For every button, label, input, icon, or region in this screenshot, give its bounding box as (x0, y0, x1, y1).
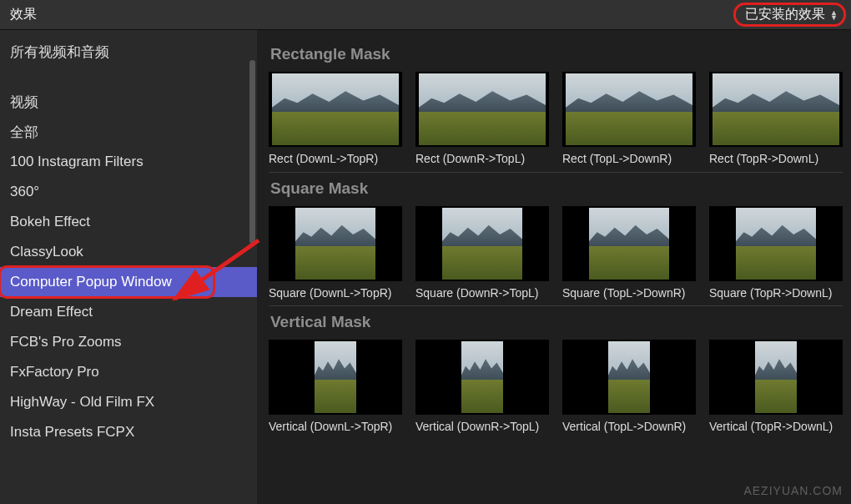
effect-tile[interactable]: Vertical (DownL->TopR) (269, 340, 402, 435)
sidebar-item[interactable]: 全部 (0, 117, 257, 147)
effects-grid: Square (DownL->TopR)Square (DownR->TopL)… (269, 206, 843, 301)
effect-label: Square (DownL->TopR) (269, 286, 402, 301)
section-title: Square Mask (270, 179, 843, 198)
sidebar-item-label: 全部 (10, 123, 38, 142)
effect-tile[interactable]: Rect (TopR->DownL) (709, 72, 843, 167)
effect-thumbnail (269, 340, 402, 415)
sidebar-item-label: 所有视频和音频 (10, 43, 109, 62)
sidebar-item[interactable]: HighWay - Old Film FX (0, 387, 257, 417)
section-divider (269, 172, 843, 173)
sidebar-item[interactable]: Bokeh Effect (0, 207, 257, 237)
sidebar-item-label: 视频 (10, 93, 38, 112)
effect-label: Rect (TopR->DownL) (709, 152, 843, 167)
effect-thumbnail (415, 72, 549, 147)
effect-label: Square (TopL->DownR) (562, 286, 696, 301)
sidebar-item-label: Bokeh Effect (10, 214, 90, 230)
effect-tile[interactable]: Square (TopL->DownR) (562, 206, 696, 301)
sidebar-item[interactable]: FCB's Pro Zooms (0, 327, 257, 357)
effect-label: Rect (DownL->TopR) (269, 152, 402, 167)
effect-thumbnail (562, 206, 696, 281)
sidebar-item[interactable]: 所有视频和音频 (0, 37, 257, 67)
effect-thumbnail (415, 340, 549, 415)
sidebar-title-text: 效果 (10, 6, 37, 23)
effect-label: Vertical (DownL->TopR) (269, 420, 402, 435)
sidebar: 效果 所有视频和音频视频全部100 Instagram Filters360°B… (0, 0, 257, 504)
sidebar-item-label: HighWay - Old Film FX (10, 394, 154, 411)
effect-tile[interactable]: Rect (TopL->DownR) (562, 72, 696, 167)
effect-label: Vertical (TopL->DownR) (562, 420, 696, 435)
effect-label: Square (TopR->DownL) (709, 286, 843, 301)
installed-effects-dropdown[interactable]: 已安装的效果 ▲▼ (735, 4, 844, 25)
sidebar-item-label: Dream Effect (10, 304, 93, 320)
sidebar-item[interactable]: ClassyLook (0, 237, 257, 267)
sidebar-item[interactable]: FxFactory Pro (0, 357, 257, 387)
effect-tile[interactable]: Rect (DownR->TopL) (415, 72, 549, 167)
effect-thumbnail (709, 206, 843, 281)
sidebar-item-label: FxFactory Pro (10, 364, 99, 381)
effect-tile[interactable]: Rect (DownL->TopR) (269, 72, 402, 167)
sidebar-item-label: 360° (10, 184, 39, 200)
effect-tile[interactable]: Square (DownL->TopR) (269, 206, 402, 301)
section-title: Rectangle Mask (270, 45, 843, 63)
dropdown-label: 已安装的效果 (745, 6, 825, 23)
main-panel: 已安装的效果 ▲▼ Rectangle MaskRect (DownL->Top… (257, 0, 851, 504)
effect-tile[interactable]: Square (TopR->DownL) (709, 206, 843, 301)
sidebar-item-label: FCB's Pro Zooms (10, 334, 122, 350)
section-title: Vertical Mask (270, 313, 843, 331)
sidebar-item[interactable]: Insta Presets FCPX (0, 417, 257, 447)
effect-thumbnail (415, 206, 549, 281)
main-header: 已安装的效果 ▲▼ (257, 0, 851, 30)
effect-thumbnail (709, 72, 843, 147)
sidebar-item[interactable]: Computer Popup Window (0, 267, 257, 297)
effect-thumbnail (269, 72, 402, 147)
effects-grid: Rect (DownL->TopR)Rect (DownR->TopL)Rect… (269, 72, 843, 167)
sidebar-item-label: 100 Instagram Filters (10, 154, 144, 170)
effect-tile[interactable]: Square (DownR->TopL) (415, 206, 549, 301)
sidebar-item-label: Computer Popup Window (10, 274, 172, 290)
section-divider (269, 305, 843, 306)
effect-tile[interactable]: Vertical (TopR->DownL) (709, 340, 843, 435)
effect-tile[interactable]: Vertical (TopL->DownR) (562, 340, 696, 435)
effect-label: Vertical (DownR->TopL) (415, 420, 549, 435)
sidebar-item[interactable]: Dream Effect (0, 297, 257, 327)
sidebar-item-label: Insta Presets FCPX (10, 424, 134, 441)
sidebar-item[interactable]: 视频 (0, 87, 257, 117)
sidebar-list: 所有视频和音频视频全部100 Instagram Filters360°Boke… (0, 30, 257, 504)
sidebar-item[interactable]: 100 Instagram Filters (0, 147, 257, 177)
effects-grid: Vertical (DownL->TopR)Vertical (DownR->T… (269, 340, 843, 435)
effect-label: Rect (DownR->TopL) (415, 152, 549, 167)
effect-thumbnail (562, 340, 696, 415)
watermark: AEZIYUAN.COM (743, 484, 843, 497)
sidebar-item-label: ClassyLook (10, 244, 83, 260)
sidebar-title: 效果 (0, 0, 257, 30)
effect-tile[interactable]: Vertical (DownR->TopL) (415, 340, 549, 435)
effect-label: Square (DownR->TopL) (415, 286, 549, 301)
sidebar-item[interactable]: 360° (0, 177, 257, 207)
effects-browser: Rectangle MaskRect (DownL->TopR)Rect (Do… (257, 30, 851, 504)
effect-thumbnail (562, 72, 696, 147)
chevron-updown-icon: ▲▼ (830, 10, 838, 20)
effect-thumbnail (269, 206, 402, 281)
effect-label: Rect (TopL->DownR) (562, 152, 696, 167)
effect-label: Vertical (TopR->DownL) (709, 420, 843, 435)
effect-thumbnail (709, 340, 843, 415)
